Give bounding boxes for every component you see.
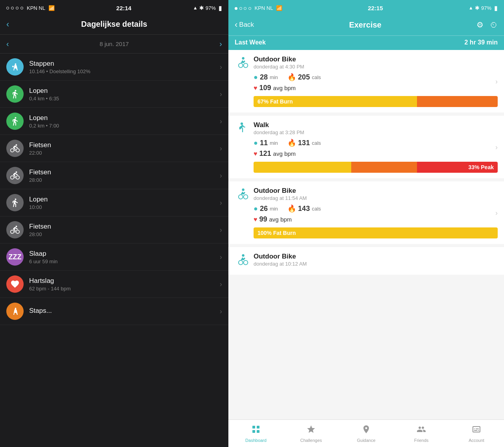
exercise-date-bike1: donderdag at 4:30 PM: [254, 64, 498, 70]
activity-item-lopen3[interactable]: Lopen 10:00 ›: [0, 189, 228, 216]
chevron-fietsen1: ›: [220, 144, 222, 153]
bike-exercise-icon-3: [235, 253, 249, 267]
activity-sub-lopen1: 0,4 km • 6:35: [29, 96, 220, 102]
week-header: Last Week 2 hr 39 min: [228, 35, 504, 50]
activity-item-lopen2[interactable]: Lopen 0,2 km • 7:00 ›: [0, 108, 228, 135]
exercise-name-bike2: Outdoor Bike: [254, 187, 498, 195]
activity-item-last[interactable]: Staps... ›: [0, 298, 228, 325]
activity-item-fietsen1[interactable]: Fietsen 22:00 ›: [0, 135, 228, 162]
location-icon-left: ▲: [193, 5, 198, 11]
progress-orange-walk1: [351, 162, 417, 173]
signal-left: KPN NL 📶: [6, 5, 55, 11]
tab-label-challenges: Challenges: [300, 438, 322, 443]
date-prev-button[interactable]: ‹: [6, 39, 9, 48]
battery-pct-right: 97%: [481, 5, 491, 11]
header-icons-right: ⚙ ⏲: [476, 20, 498, 30]
battery-icon-left: ▮: [219, 4, 222, 12]
exercise-details-bike3: Outdoor Bike donderdag at 10:12 AM: [254, 253, 498, 267]
exercise-item-bike3[interactable]: Outdoor Bike donderdag at 10:12 AM: [228, 247, 504, 275]
tab-friends[interactable]: Friends: [394, 425, 449, 443]
bluetooth-icon-left: ✱: [199, 5, 204, 11]
activity-name-hartslag: Hartslag: [29, 277, 220, 285]
carrier-right: KPN NL: [255, 5, 273, 11]
activity-icon-lopen1: [6, 85, 24, 103]
activity-info-fietsen1: Fietsen 22:00: [29, 141, 220, 156]
signal-dot-r4: [248, 7, 251, 10]
week-label: Last Week: [235, 39, 266, 46]
tab-guidance[interactable]: Guidance: [339, 425, 394, 443]
activity-item-stappen[interactable]: Stappen 10.146 • Doelstelling 102% ›: [0, 54, 228, 81]
back-button-left[interactable]: ‹: [6, 19, 9, 30]
activity-icon-slaap: ZZZ: [6, 248, 24, 266]
activity-item-lopen1[interactable]: Lopen 0,4 km • 6:35 ›: [0, 81, 228, 108]
chevron-fietsen3: ›: [220, 226, 222, 234]
svg-rect-5: [257, 426, 259, 429]
chevron-hartslag: ›: [220, 280, 222, 288]
signal-dot4: [20, 7, 23, 9]
activity-item-fietsen3[interactable]: Fietsen 28:00 ›: [0, 216, 228, 244]
tab-challenges[interactable]: Challenges: [284, 425, 339, 443]
activity-icon-lopen2: [6, 113, 24, 130]
heart-icon-walk1: ♥: [254, 150, 258, 157]
activity-name-last: Staps...: [29, 307, 220, 315]
stat-duration-walk1: ● 11 min: [254, 139, 278, 147]
activity-item-slaap[interactable]: ZZZ Slaap 6 uur 59 min ›: [0, 244, 228, 271]
activity-item-fietsen2[interactable]: Fietsen 28:00 ›: [0, 162, 228, 189]
exercise-top-bike1: Outdoor Bike donderdag at 4:30 PM ● 28 m…: [235, 55, 498, 107]
time-left: 22:14: [116, 5, 131, 11]
exercise-item-bike1[interactable]: Outdoor Bike donderdag at 4:30 PM ● 28 m…: [228, 50, 504, 113]
progress-red-walk1: 33% Peak: [417, 162, 498, 173]
tab-bar: Dashboard Challenges Guidance Friends Ac: [228, 419, 504, 447]
progress-label-bike1: 67% Fat Burn: [258, 98, 293, 105]
activity-info-lopen1: Lopen 0,4 km • 6:35: [29, 87, 220, 102]
exercise-item-bike2[interactable]: Outdoor Bike donderdag at 11:54 AM ● 26 …: [228, 181, 504, 244]
back-button-right[interactable]: ‹ Back: [235, 20, 254, 30]
fire-icon-walk1: 🔥: [287, 139, 296, 147]
activity-name-fietsen2: Fietsen: [29, 168, 220, 176]
chevron-stappen: ›: [220, 63, 222, 71]
activity-info-hartslag: Hartslag 62 bpm - 144 bpm: [29, 277, 220, 292]
activity-info-fietsen3: Fietsen 28:00: [29, 223, 220, 237]
heart-stat-bike2: ♥ 99 avg bpm: [254, 215, 498, 224]
tab-dashboard[interactable]: Dashboard: [228, 425, 284, 443]
battery-pct-left: 97%: [206, 5, 216, 11]
progress-label-bike2: 100% Fat Burn: [258, 230, 296, 236]
exercise-stats-walk1: ● 11 min 🔥 131 cals: [254, 139, 498, 147]
chevron-lopen1: ›: [220, 90, 222, 98]
timer-icon[interactable]: ⏲: [490, 20, 498, 30]
activity-icon-hartslag: [6, 275, 24, 293]
exercise-chevron-walk1: ›: [495, 143, 498, 151]
dashboard-icon: [251, 425, 261, 436]
stat-duration-bike2: ● 26 min: [254, 205, 278, 213]
signal-right: KPN NL 📶: [235, 5, 282, 11]
chevron-fietsen2: ›: [220, 172, 222, 180]
tab-account[interactable]: Account: [449, 425, 504, 443]
exercise-item-walk1[interactable]: Walk donderdag at 3:28 PM ● 11 min 🔥 131…: [228, 116, 504, 178]
fire-icon-bike2: 🔥: [287, 204, 296, 213]
walk-activity-icon: [235, 121, 249, 135]
clock-icon-bike1: ●: [254, 73, 258, 81]
clock-icon-bike2: ●: [254, 205, 258, 213]
activity-icon-lopen3: [6, 194, 24, 211]
heart-icon-bike2: ♥: [254, 216, 258, 223]
activity-sub-slaap: 6 uur 59 min: [29, 259, 220, 264]
activity-icon-fietsen3: [6, 221, 24, 238]
progress-bar-bike1: 67% Fat Burn: [254, 96, 498, 107]
activity-sub-fietsen2: 28:00: [29, 177, 220, 183]
activity-icon-last: [6, 303, 24, 320]
bike-icon-3: [10, 225, 20, 235]
progress-label-walk1: 33% Peak: [468, 164, 494, 170]
activity-info-fietsen2: Fietsen 28:00: [29, 168, 220, 183]
settings-icon[interactable]: ⚙: [476, 20, 484, 30]
svg-rect-6: [252, 430, 255, 433]
activity-item-hartslag[interactable]: Hartslag 62 bpm - 144 bpm ›: [0, 271, 228, 298]
activity-info-slaap: Slaap 6 uur 59 min: [29, 250, 220, 264]
date-next-button[interactable]: ›: [219, 39, 222, 48]
signal-dot1: [6, 7, 9, 9]
exercise-details-bike1: Outdoor Bike donderdag at 4:30 PM ● 28 m…: [254, 55, 498, 107]
back-chevron-right: ‹: [235, 20, 237, 30]
outdoor-bike-icon-2: [235, 187, 249, 201]
signal-dot-r1: [235, 7, 237, 10]
chevron-lopen3: ›: [220, 199, 222, 207]
activity-name-slaap: Slaap: [29, 250, 220, 258]
